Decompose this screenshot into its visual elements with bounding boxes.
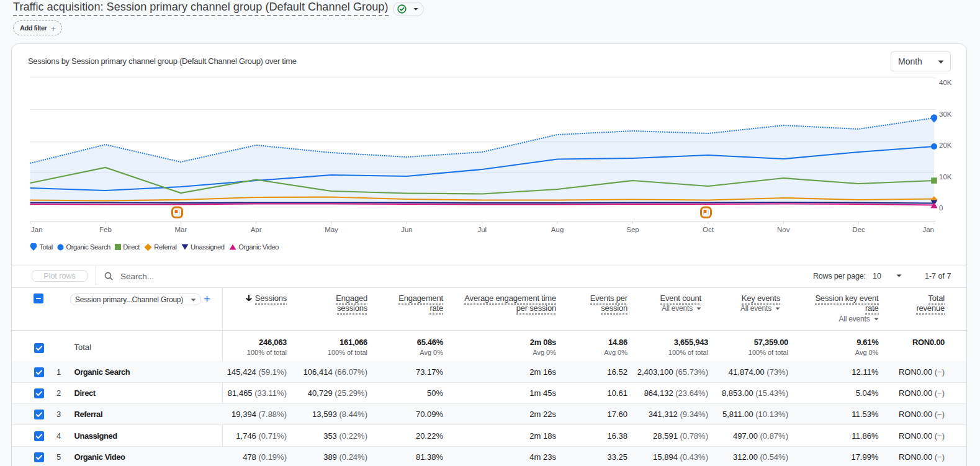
svg-text:0: 0 <box>939 204 943 212</box>
svg-text:Mar: Mar <box>174 226 187 233</box>
svg-text:Aug: Aug <box>551 226 564 233</box>
svg-text:May: May <box>325 226 338 233</box>
svg-text:20K: 20K <box>939 141 952 149</box>
svg-text:Nov: Nov <box>777 226 790 233</box>
svg-text:Apr: Apr <box>251 226 262 233</box>
svg-text:30K: 30K <box>939 110 952 118</box>
svg-text:10K: 10K <box>939 173 952 181</box>
svg-text:Jan: Jan <box>31 226 43 233</box>
svg-text:Dec: Dec <box>852 226 865 233</box>
svg-text:Feb: Feb <box>99 226 112 233</box>
svg-text:Jul: Jul <box>477 226 487 233</box>
svg-text:Jun: Jun <box>401 226 413 233</box>
svg-text:Oct: Oct <box>703 226 714 233</box>
svg-text:Jan: Jan <box>922 226 934 233</box>
svg-text:Sep: Sep <box>626 226 639 233</box>
svg-text:40K: 40K <box>939 79 952 86</box>
